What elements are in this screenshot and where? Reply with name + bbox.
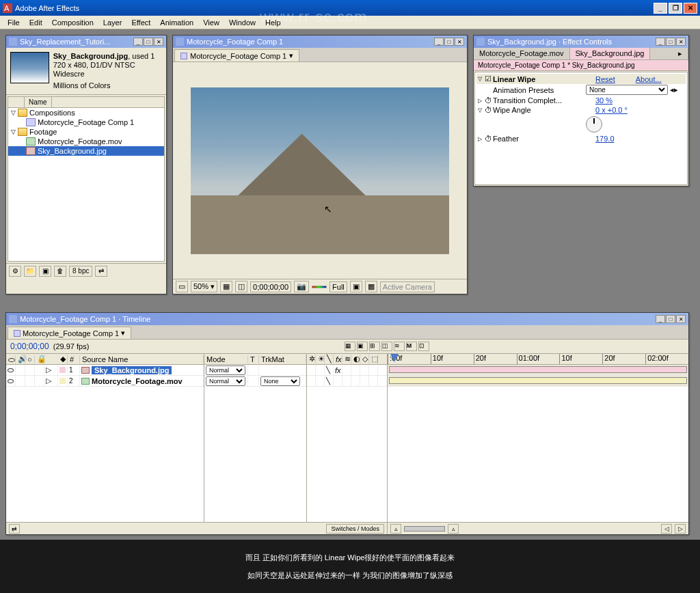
tab-menu-icon[interactable]: ▾ [289,51,293,60]
comp-tab[interactable]: Motorcycle_Footage Comp 1 ▾ [174,49,299,61]
stopwatch-icon[interactable]: ⏱ [485,96,493,105]
menu-help[interactable]: Help [260,17,286,28]
tb-icon[interactable]: ⊡ [418,342,429,351]
timeline-empty-area[interactable] [6,387,688,522]
ecw-titlebar[interactable]: Sky_Background.jpg · Effect Controls _ □… [474,36,688,48]
twisty-icon[interactable]: ▽ [478,107,485,113]
resolution-dropdown[interactable]: Full [329,281,347,292]
zoom-out-icon[interactable]: ▵ [390,524,401,534]
timeline-titlebar[interactable]: Motorcycle_Footage Comp 1 · Timeline _ □… [6,313,688,325]
panel-min-button[interactable]: _ [656,315,665,323]
twisty-icon[interactable]: ▽ [11,109,18,116]
new-comp-icon[interactable]: ▣ [39,266,51,277]
switch-icon[interactable]: ╲ [325,355,334,363]
tb-motionblur-icon[interactable]: ≋ [394,342,405,351]
p2-value[interactable]: 0 x +0.0 ° [595,106,628,114]
tb-draft3d-icon[interactable]: ◫ [381,342,392,351]
trkmat-dropdown[interactable]: None [260,376,300,386]
next-preset-icon[interactable]: ▸ [674,85,678,94]
switch-icon[interactable]: ≋ [342,355,351,363]
safe-zones-icon[interactable]: ▦ [220,281,232,292]
col-name[interactable]: Name [25,97,52,107]
about-link[interactable]: About... [636,75,662,83]
switch-3d-icon[interactable]: ⬚ [369,355,378,363]
current-time[interactable]: 0;00;00;00 [10,342,49,351]
transparency-grid-icon[interactable]: ▩ [365,281,377,292]
reset-link[interactable]: Reset [595,75,615,83]
channel-icon[interactable] [312,286,327,288]
stopwatch-icon[interactable]: ⏱ [485,106,493,114]
twisty-icon[interactable]: ▽ [11,128,18,135]
layer-bar-2[interactable] [388,376,688,387]
mode-dropdown[interactable]: Normal [206,376,245,386]
folder-footage[interactable]: ▽ Footage [8,127,164,137]
timeline-track-pane[interactable]: :00f 10f 20f 01:00f 10f 20f 02:00f [388,354,688,386]
panel-close-button[interactable]: ✕ [154,38,163,46]
menu-edit[interactable]: Edit [25,17,47,28]
panel-close-button[interactable]: ✕ [676,315,686,323]
new-folder-icon[interactable]: 📁 [24,266,36,277]
menu-composition[interactable]: Composition [47,17,98,28]
trash-icon[interactable]: 🗑 [54,266,66,277]
item-mov[interactable]: Motorcycle_Footage.mov [8,137,164,146]
twisty-icon[interactable]: ▷ [478,136,485,142]
col-audio-icon[interactable]: 🔊 [16,355,25,363]
switch-icon[interactable]: ☀ [316,355,325,363]
switch-icon[interactable]: ◐ [351,355,360,363]
label-color[interactable] [59,378,66,384]
item-comp1[interactable]: Motorcycle_Footage Comp 1 [8,118,164,127]
comp-marker-icon[interactable]: ▷ [675,524,686,534]
restore-button[interactable]: ❐ [669,3,682,14]
tb-icon[interactable]: ▦ [345,342,355,351]
time-ruler[interactable]: :00f 10f 20f 01:00f 10f 20f 02:00f [388,354,688,365]
panel-min-button[interactable]: _ [133,38,143,46]
panel-max-button[interactable]: □ [444,38,454,46]
zoom-slider[interactable] [404,526,445,532]
current-time[interactable]: 0;00;00;00 [250,281,291,292]
flowchart-icon[interactable]: ⇄ [95,266,107,277]
zoom-in-icon[interactable]: ▵ [448,524,459,534]
folder-compositions[interactable]: ▽ Compositions [8,108,164,118]
always-preview-icon[interactable]: ▭ [176,281,188,292]
camera-dropdown[interactable]: Active Camera [380,281,435,292]
tb-icon[interactable]: ▣ [357,342,368,351]
menu-effect[interactable]: Effect [126,17,155,28]
quality-switch[interactable]: ╲ [325,376,334,386]
panel-max-button[interactable]: □ [144,38,153,46]
ecw-tab-scroll[interactable]: ▸ [673,48,688,59]
layer-row-2[interactable]: ▷ 2 Motorcycle_Footage.mov [6,376,204,387]
layer-row-1[interactable]: ▷ 1 Sky_Background.jpg [6,365,204,376]
fx-switch[interactable]: fx [334,365,342,375]
menu-animation[interactable]: Animation [155,17,198,28]
p3-value[interactable]: 179.0 [595,135,615,143]
quality-switch[interactable]: ╲ [325,365,334,375]
col-trkmat[interactable]: TrkMat [259,355,306,363]
panel-close-button[interactable]: ✕ [455,38,464,46]
fx-enable-checkbox[interactable]: ☑ [485,74,493,83]
minimize-button[interactable]: _ [654,3,667,14]
menu-layer[interactable]: Layer [98,17,127,28]
twisty-icon[interactable]: ▽ [478,76,485,82]
zoom-dropdown[interactable]: 50% ▾ [191,281,217,292]
twisty-icon[interactable]: ▷ [478,98,485,104]
stopwatch-icon[interactable]: ⏱ [485,135,493,143]
tab-menu-icon[interactable]: ▾ [121,329,125,337]
col-lock-icon[interactable]: 🔒 [35,355,44,363]
switch-fx-icon[interactable]: fx [334,355,342,363]
panel-min-button[interactable]: _ [434,38,444,46]
bpc-button[interactable]: 8 bpc [69,266,92,277]
col-number[interactable]: # [68,355,80,363]
eye-icon[interactable] [8,368,14,372]
snapshot-icon[interactable]: 📷 [294,281,309,292]
label-color[interactable] [59,367,66,373]
col-mode[interactable]: Mode [204,355,248,363]
switches-modes-toggle[interactable]: Switches / Modes [326,524,384,534]
mask-toggle-icon[interactable]: ◫ [235,281,247,292]
project-items-list[interactable]: Name ▽ Compositions Motorcycle_Footage C… [8,96,165,262]
col-source-name[interactable]: Source Name [80,355,204,363]
panel-min-button[interactable]: _ [656,38,665,46]
switch-icon[interactable]: ✲ [307,355,316,363]
comp-marker-icon[interactable]: ◁ [661,524,672,534]
comp-panel-titlebar[interactable]: Motorcycle_Footage Comp 1 _ □ ✕ [173,36,467,48]
interpret-footage-icon[interactable]: ⚙ [9,266,21,277]
